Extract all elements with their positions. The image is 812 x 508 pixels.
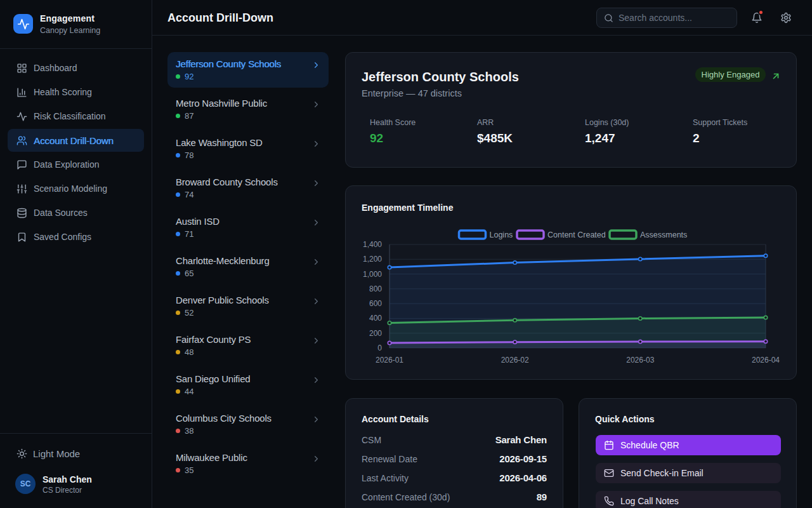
svg-text:1,200: 1,200 (363, 255, 382, 264)
svg-text:Logins: Logins (490, 231, 513, 239)
svg-text:800: 800 (369, 284, 382, 293)
svg-text:400: 400 (369, 314, 382, 323)
svg-text:1,000: 1,000 (363, 270, 382, 279)
svg-text:200: 200 (369, 329, 382, 338)
svg-text:2026-02: 2026-02 (501, 356, 529, 364)
svg-text:600: 600 (369, 299, 382, 308)
svg-text:1,400: 1,400 (363, 240, 382, 249)
svg-text:2026-04: 2026-04 (752, 356, 780, 364)
svg-text:2026-03: 2026-03 (626, 356, 654, 364)
svg-text:Assessments: Assessments (640, 231, 687, 239)
svg-text:Content Created: Content Created (547, 231, 606, 239)
svg-text:0: 0 (377, 344, 382, 352)
svg-text:2026-01: 2026-01 (376, 356, 403, 364)
